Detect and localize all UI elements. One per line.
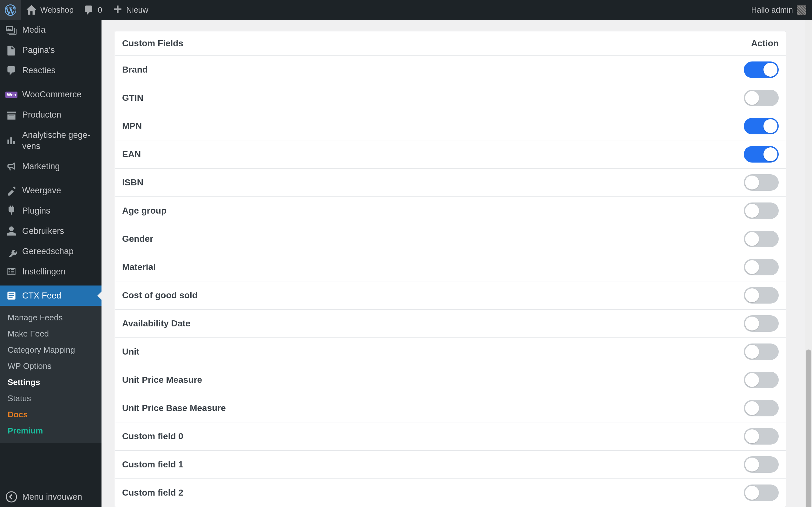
field-row: GTIN [115,84,786,112]
submenu-item[interactable]: Category Mapping [0,342,101,358]
greeting: Hallo admin [751,5,793,14]
field-label: MPN [122,121,142,131]
panel-action-header: Action [751,38,779,49]
field-row: Material [115,253,786,281]
field-toggle[interactable] [744,118,779,134]
scrollbar-thumb[interactable] [806,349,811,507]
field-row: Unit [115,338,786,366]
field-row: Availability Date [115,309,786,338]
sidebar-item-label: Media [22,24,46,36]
custom-fields-panel: Custom Fields Action BrandGTINMPNEANISBN… [115,31,786,507]
sidebar-item-analytics[interactable]: Analytische gege­vens [0,125,101,156]
products-icon [6,109,17,121]
field-toggle[interactable] [744,315,779,332]
users-icon [6,225,17,237]
field-label: Age group [122,206,166,216]
field-label: Gender [122,234,153,244]
field-toggle[interactable] [744,343,779,360]
sidebar-item-label: Gereedschap [22,246,73,257]
sidebar-item-label: WooCommerce [22,89,82,100]
sidebar-item-marketing[interactable]: Marketing [0,156,101,176]
sidebar-item-label: Instellingen [22,266,66,277]
field-toggle[interactable] [744,231,779,247]
tools-icon [6,245,17,257]
field-toggle[interactable] [744,485,779,501]
field-toggle[interactable] [744,456,779,473]
field-label: Material [122,262,156,272]
pages-icon [6,45,17,56]
plus-icon [112,4,123,16]
submenu-item[interactable]: Premium [0,423,101,439]
comment-icon [83,4,95,16]
svg-rect-2 [9,295,14,296]
field-toggle[interactable] [744,400,779,416]
site-name: Webshop [40,5,73,14]
field-label: Cost of good sold [122,290,198,300]
field-label: Custom field 1 [122,459,183,469]
panel-title: Custom Fields [122,38,183,49]
field-label: EAN [122,149,141,159]
settings-icon [6,266,17,277]
field-toggle[interactable] [744,90,779,106]
admin-sidebar: MediaPagina'sReactiesWooWooCommerceProdu… [0,20,101,507]
scrollbar-track[interactable] [805,20,812,507]
field-row: Custom field 0 [115,422,786,451]
collapse-menu-button[interactable]: Menu invouwen [0,487,101,507]
field-row: MPN [115,112,786,140]
field-row: ISBN [115,169,786,197]
sidebar-item-label: Producten [22,109,61,120]
svg-rect-3 [9,297,13,298]
sidebar-item-appearance[interactable]: Weergave [0,180,101,201]
sidebar-item-label: CTX Feed [22,290,61,301]
field-toggle[interactable] [744,203,779,219]
plugins-icon [6,205,17,216]
field-toggle[interactable] [744,146,779,163]
user-menu[interactable]: Hallo admin [751,5,809,15]
field-row: Cost of good sold [115,281,786,309]
sidebar-item-users[interactable]: Gebruikers [0,221,101,241]
field-toggle[interactable] [744,287,779,303]
wp-logo-menu[interactable] [0,0,21,20]
main-content: Custom Fields Action BrandGTINMPNEANISBN… [101,20,799,507]
analytics-icon [6,135,17,147]
new-content-menu[interactable]: Nieuw [107,0,153,20]
submenu-item[interactable]: WP Options [0,358,101,374]
sidebar-item-comments[interactable]: Reacties [0,60,101,81]
field-row: Unit Price Base Measure [115,394,786,422]
field-label: Unit [122,347,139,357]
field-toggle[interactable] [744,428,779,445]
sidebar-item-settings[interactable]: Instellingen [0,262,101,282]
field-toggle[interactable] [744,174,779,191]
field-toggle[interactable] [744,372,779,388]
sidebar-item-woocommerce[interactable]: WooWooCommerce [0,84,101,105]
field-toggle[interactable] [744,259,779,275]
woocommerce-icon: Woo [6,89,17,101]
sidebar-item-media[interactable]: Media [0,20,101,40]
appearance-icon [6,185,17,196]
submenu-item[interactable]: Make Feed [0,326,101,342]
sidebar-item-label: Reacties [22,65,55,76]
field-label: Availability Date [122,319,190,329]
comments-menu[interactable]: 0 [78,0,107,20]
sidebar-item-label: Plugins [22,205,50,216]
sidebar-item-ctx-feed[interactable]: CTX Feed [0,285,101,306]
sidebar-item-plugins[interactable]: Plugins [0,201,101,221]
field-toggle[interactable] [744,61,779,78]
svg-rect-1 [9,293,14,294]
sidebar-item-tools[interactable]: Gereedschap [0,241,101,262]
submenu-item[interactable]: Manage Feeds [0,309,101,326]
field-label: Unit Price Measure [122,375,202,385]
submenu-item[interactable]: Status [0,390,101,406]
sidebar-item-products[interactable]: Producten [0,105,101,125]
sidebar-item-pages[interactable]: Pagina's [0,40,101,60]
field-row: Age group [115,197,786,225]
ctx-feed-icon [6,290,17,301]
sidebar-item-label: Pagina's [22,45,55,56]
submenu-item[interactable]: Settings [0,374,101,390]
submenu-item[interactable]: Docs [0,406,101,423]
field-row: Custom field 2 [115,479,786,507]
wordpress-icon [5,4,16,16]
site-name-menu[interactable]: Webshop [21,0,78,20]
field-label: GTIN [122,93,143,103]
field-row: Custom field 1 [115,451,786,479]
